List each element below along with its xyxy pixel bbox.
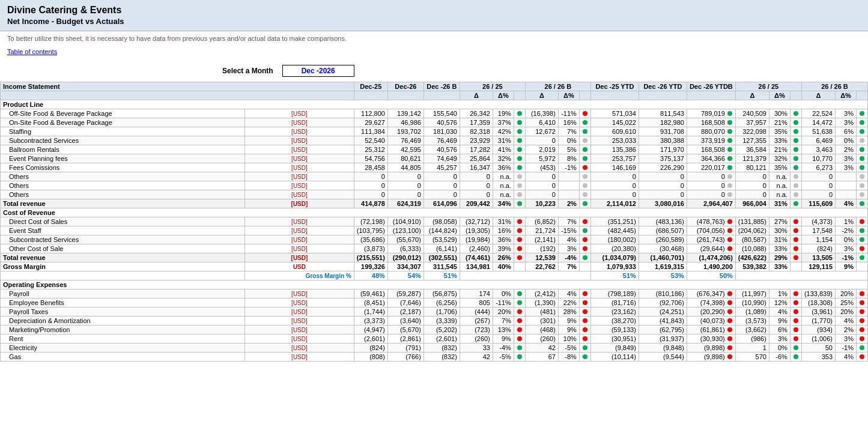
row-d2626b: (6,852) [525,217,558,226]
col-dot2626b [579,91,590,100]
row-d2625pct: n.a. [493,181,514,190]
row-ytd2626b: 13,505 [801,253,835,262]
col-empty [1,91,354,100]
gm-pct-empty [460,271,590,280]
row-dec25: 0 [354,172,387,181]
row-dot2625 [514,335,525,344]
row-ytd2625pct: 33% [769,244,790,253]
row-dot2625 [514,344,525,353]
row-dec26: 139,142 [387,109,423,118]
row-ytd26: (686,507) [639,226,687,235]
row-dot-ytd2626b [857,109,868,118]
row-ytd2625: (80,587) [735,235,769,244]
row-d2625: (2,460) [460,244,493,253]
section-label: Cost of Revenue [1,208,868,217]
row-ytd25: (20,380) [590,244,639,253]
row-d2625: 0 [460,172,493,181]
row-dec26b: (56,875) [423,289,460,298]
row-ytd2625pct: 29% [769,253,790,262]
row-ytd2626bpct: 4% [836,316,857,326]
month-label: Select a Month [222,67,273,75]
row-dec26: (55,670) [387,235,423,244]
row-dot-ytd2625 [790,217,801,226]
row-ytd2626bpct: 3% [836,118,857,127]
row-ytd2626bpct: 6% [836,127,857,136]
row-dot-ytd2626b [857,136,868,145]
row-ytd2626b: (4,373) [801,217,835,226]
row-dot2626b [579,154,590,163]
row-dec25: 414,878 [354,199,387,208]
gm-d2625: 134,981 [460,262,493,271]
row-ytd2625: 570 [735,353,769,362]
row-d2625pct: 36% [493,163,514,172]
row-dec26: 44,805 [387,163,423,172]
data-row: Rent [USD] (2,601) (2,861) (2,601) (260)… [1,335,868,344]
row-d2625: 174 [460,289,493,298]
row-d2625: 33 [460,344,493,353]
row-label: Gas [1,353,245,362]
row-dot2626b [579,163,590,172]
data-row: Payroll [USD] (59,461) (59,287) (56,875)… [1,289,868,298]
row-label: Subcontracted Services [1,235,245,244]
page-wrapper: Divine Catering & Events Net Income - Bu… [0,0,868,362]
row-ytd2626bpct: 4% [836,353,857,362]
row-dot-ytd2626b [857,172,868,181]
row-d2625pct: 36% [493,235,514,244]
row-dec26: (7,646) [387,298,423,307]
gm-pctytd25: 51% [590,271,639,280]
row-d2626bpct: 22% [558,298,579,307]
row-ytd2626bpct: 2% [836,145,857,154]
col-delta2626b: Δ [525,91,558,100]
row-dec26: (791) [387,344,423,353]
row-d2625pct: 42% [493,127,514,136]
data-row: Other Cost of Sale [USD] (3,873) (6,333)… [1,244,868,253]
section-label: Operating Expenses [1,280,868,289]
row-ytd26b: (1,474,206) [687,253,735,262]
toc-link[interactable]: Table of contents [0,46,868,60]
col-ytd-delta2626b: Δ [801,91,835,100]
row-d2626b: 0 [525,172,558,181]
row-dec26b: 0 [423,172,460,181]
row-ytd26: (92,706) [639,298,687,307]
row-label: Employee Benefits [1,298,245,307]
row-dec26b: 181,030 [423,127,460,136]
gm-d2626bpct: 7% [558,262,579,271]
row-dot2626b [579,316,590,326]
row-dot2625 [514,326,525,335]
row-d2626bpct [558,190,579,199]
gross-margin-row: Gross Margin USD 199,326 334,307 311,545… [1,262,868,271]
row-d2626b: (301) [525,316,558,326]
row-ytd2626bpct [836,190,857,199]
row-d2625pct: 32% [493,154,514,163]
data-row: Direct Cost of Sales [USD] (72,198) (104… [1,217,868,226]
row-ytd26: (41,843) [639,316,687,326]
row-dec26b: (98,058) [423,217,460,226]
row-dec25: 29,627 [354,118,387,127]
gm-dot-ytd2625 [790,262,801,271]
row-d2625: (19,305) [460,226,493,235]
row-label: Depreciation & Amortization [1,316,245,326]
row-dec25: (3,373) [354,316,387,326]
row-ytd2626b: 22,524 [801,109,835,118]
row-ytd26b: (9,898) [687,344,735,353]
row-dec26b: (6,256) [423,298,460,307]
row-dec25: (808) [354,353,387,362]
month-input[interactable] [282,65,354,77]
data-row: Payroll Taxes [USD] (1,744) (2,187) (1,7… [1,307,868,316]
row-ytd2625: 322,098 [735,127,769,136]
col-empty3 [387,91,423,100]
row-ytd26: 380,388 [639,136,687,145]
row-dot-ytd2625 [790,307,801,316]
row-ytd26b: 168,508 [687,145,735,154]
row-label: Total revenue [1,253,245,262]
row-d2626bpct: -8% [558,353,579,362]
row-d2625: (723) [460,326,493,335]
row-ytd2626b: 115,609 [801,199,835,208]
row-currency: [USD] [245,190,354,199]
row-dec26: (6,333) [387,244,423,253]
row-ytd26b: 373,919 [687,136,735,145]
data-row: Event Staff [USD] (103,795) (123,100) (1… [1,226,868,235]
row-dot2626b [579,226,590,235]
col-ytd-dot2626b [857,91,868,100]
row-ytd25: (482,445) [590,226,639,235]
